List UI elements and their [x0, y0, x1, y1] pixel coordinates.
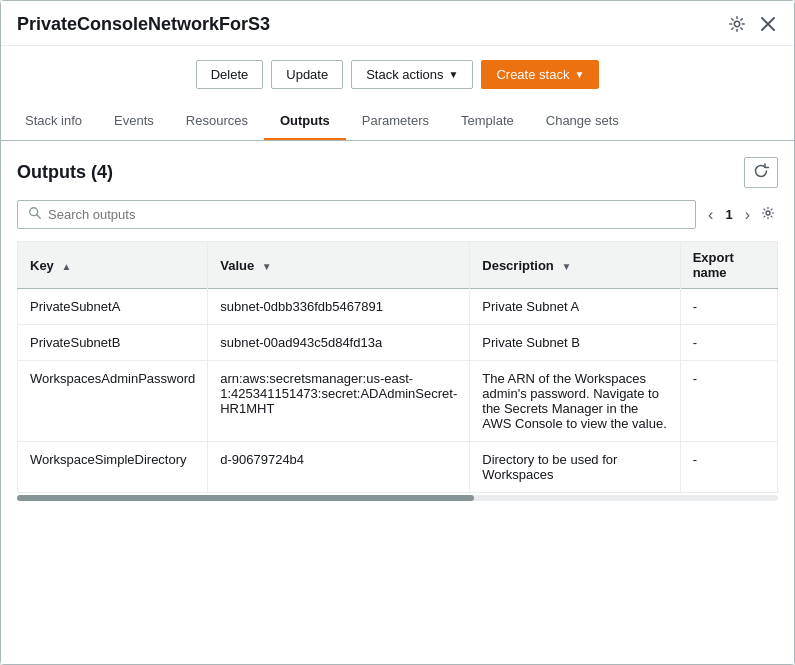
close-icon — [760, 16, 776, 32]
tab-change-sets[interactable]: Change sets — [530, 103, 635, 140]
cell-export-name: - — [680, 289, 777, 325]
cell-export-name: - — [680, 361, 777, 442]
value-sort-icon: ▼ — [262, 261, 272, 272]
col-header-value[interactable]: Value ▼ — [208, 242, 470, 289]
col-header-description[interactable]: Description ▼ — [470, 242, 680, 289]
cell-key: WorkspaceSimpleDirectory — [18, 442, 208, 493]
tab-stack-info[interactable]: Stack info — [9, 103, 98, 140]
table-row: PrivateSubnetAsubnet-0dbb336fdb5467891Pr… — [18, 289, 778, 325]
tab-parameters[interactable]: Parameters — [346, 103, 445, 140]
cell-description: Directory to be used for Workspaces — [470, 442, 680, 493]
tab-template[interactable]: Template — [445, 103, 530, 140]
table-row: PrivateSubnetBsubnet-00ad943c5d84fd13aPr… — [18, 325, 778, 361]
col-header-key[interactable]: Key ▲ — [18, 242, 208, 289]
search-icon — [28, 206, 42, 223]
svg-point-5 — [766, 211, 770, 215]
cell-value: subnet-0dbb336fdb5467891 — [208, 289, 470, 325]
cell-export-name: - — [680, 325, 777, 361]
section-header: Outputs (4) — [17, 157, 778, 188]
stack-actions-caret: ▼ — [449, 69, 459, 80]
gear-icon — [728, 15, 746, 33]
section-title-container: Outputs (4) — [17, 162, 113, 183]
horizontal-scrollbar[interactable] — [17, 495, 778, 501]
refresh-button[interactable] — [744, 157, 778, 188]
window-title: PrivateConsoleNetworkForS3 — [17, 14, 270, 35]
stack-actions-button[interactable]: Stack actions ▼ — [351, 60, 473, 89]
current-page: 1 — [721, 207, 736, 222]
desc-sort-icon: ▼ — [561, 261, 571, 272]
refresh-icon — [753, 163, 769, 179]
cell-value: subnet-00ad943c5d84fd13a — [208, 325, 470, 361]
cell-description: Private Subnet B — [470, 325, 680, 361]
table-row: WorkspaceSimpleDirectoryd-90679724b4Dire… — [18, 442, 778, 493]
cell-description: Private Subnet A — [470, 289, 680, 325]
pagination: ‹ 1 › — [704, 203, 778, 227]
key-sort-icon: ▲ — [61, 261, 71, 272]
table-settings-button[interactable] — [758, 203, 778, 227]
tab-resources[interactable]: Resources — [170, 103, 264, 140]
outputs-content: Outputs (4) ‹ — [1, 141, 794, 664]
svg-line-4 — [37, 215, 41, 219]
cell-description: The ARN of the Workspaces admin's passwo… — [470, 361, 680, 442]
col-header-export-name: Export name — [680, 242, 777, 289]
create-stack-button[interactable]: Create stack ▼ — [481, 60, 599, 89]
close-button[interactable] — [758, 14, 778, 34]
prev-page-button[interactable]: ‹ — [704, 204, 717, 226]
cell-export-name: - — [680, 442, 777, 493]
svg-point-0 — [734, 21, 739, 26]
table-row: WorkspacesAdminPasswordarn:aws:secretsma… — [18, 361, 778, 442]
cell-key: WorkspacesAdminPassword — [18, 361, 208, 442]
cell-key: PrivateSubnetB — [18, 325, 208, 361]
cell-value: d-90679724b4 — [208, 442, 470, 493]
gear-small-icon — [760, 205, 776, 221]
search-row: ‹ 1 › — [17, 200, 778, 229]
settings-icon-btn[interactable] — [726, 13, 748, 35]
table-header-row: Key ▲ Value ▼ Description ▼ Export name — [18, 242, 778, 289]
tabs-bar: Stack info Events Resources Outputs Para… — [1, 103, 794, 141]
title-bar-icons — [726, 13, 778, 35]
tab-outputs[interactable]: Outputs — [264, 103, 346, 140]
create-stack-caret: ▼ — [574, 69, 584, 80]
tab-events[interactable]: Events — [98, 103, 170, 140]
toolbar: Delete Update Stack actions ▼ Create sta… — [1, 46, 794, 103]
scrollbar-thumb[interactable] — [17, 495, 474, 501]
main-window: PrivateConsoleNetworkForS3 Delete Update… — [0, 0, 795, 665]
search-box[interactable] — [17, 200, 696, 229]
update-button[interactable]: Update — [271, 60, 343, 89]
cell-key: PrivateSubnetA — [18, 289, 208, 325]
search-input[interactable] — [48, 207, 685, 222]
title-bar: PrivateConsoleNetworkForS3 — [1, 1, 794, 46]
next-page-button[interactable]: › — [741, 204, 754, 226]
outputs-table: Key ▲ Value ▼ Description ▼ Export name — [17, 241, 778, 493]
cell-value: arn:aws:secretsmanager:us-east-1:4253411… — [208, 361, 470, 442]
delete-button[interactable]: Delete — [196, 60, 264, 89]
section-title: Outputs (4) — [17, 162, 113, 182]
